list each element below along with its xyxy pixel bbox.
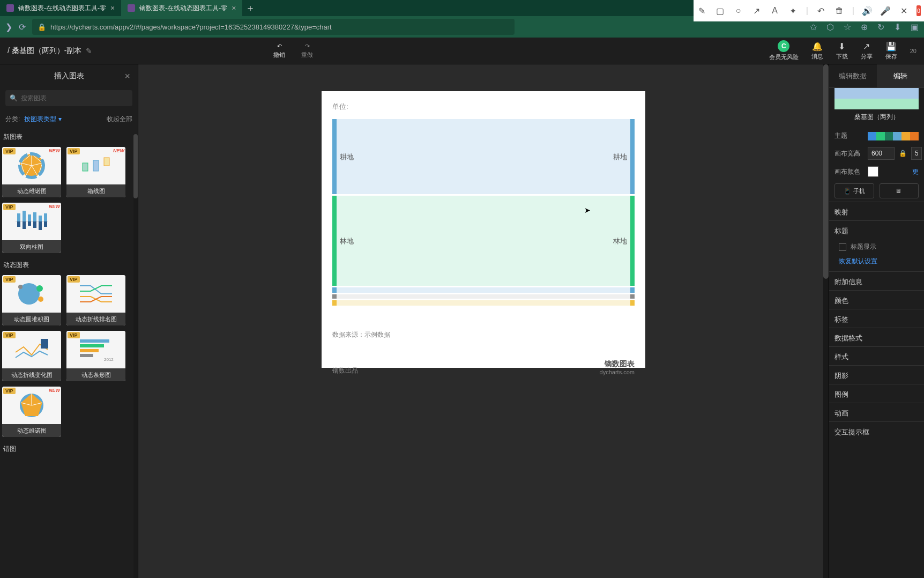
section-legend[interactable]: 图例 [829, 384, 924, 403]
reload-icon[interactable]: ⟳ [19, 22, 26, 32]
section-format[interactable]: 数据格式 [829, 328, 924, 346]
section-title[interactable]: 标题 [829, 220, 924, 239]
canvas-scrollbar-thumb[interactable] [823, 64, 829, 279]
left-panel: 插入图表 × 🔍 搜索图表 分类: 按图表类型 ▾ 收起全部 新图表 VIPNE… [0, 64, 138, 578]
doc-title: / 桑基图（两列）-副本 ✎ [8, 46, 92, 56]
svg-rect-3 [93, 160, 99, 171]
svg-rect-4 [104, 158, 109, 166]
pencil-icon[interactable]: ✎ [697, 5, 707, 16]
address-bar[interactable]: 🔒 https://dycharts.com/appv2/#/pages/wor… [32, 19, 515, 35]
section-animation[interactable]: 动画 [829, 403, 924, 421]
prop-size: 画布宽高 🔒 [829, 144, 924, 163]
back-icon[interactable]: ❯ [5, 22, 12, 32]
svg-text:2012: 2012 [104, 357, 114, 362]
canvas-scrollbar[interactable] [823, 64, 829, 578]
download-button[interactable]: ⬇ 下载 [836, 41, 848, 61]
tab-edit-data[interactable]: 编辑数据 [829, 64, 877, 87]
filter-by-type[interactable]: 按图表类型 ▾ [24, 115, 61, 124]
section-color[interactable]: 颜色 [829, 290, 924, 309]
square-icon[interactable]: ▢ [715, 5, 726, 16]
bg-color-swatch[interactable] [868, 166, 878, 177]
chart-card-bar-race[interactable]: VIP 2012 动态条形图 [66, 331, 125, 381]
tab-close-icon[interactable]: × [232, 4, 236, 12]
edit-title-icon[interactable]: ✎ [86, 47, 92, 55]
section-tooltip[interactable]: 交互提示框 [829, 421, 924, 440]
chart-card-line-rank[interactable]: VIP 动态折线排名图 [66, 275, 125, 325]
collapse-all-button[interactable]: 收起全部 [107, 115, 132, 124]
undo-icon[interactable]: ↶ [816, 5, 826, 16]
chart-preview-thumb[interactable] [834, 88, 919, 109]
redo-icon: ↷ [305, 43, 310, 50]
chart-card-boxplot[interactable]: VIPNEW 箱线图 [66, 147, 125, 197]
app-icon[interactable]: ▣ [911, 22, 919, 32]
star-icon[interactable]: ✩ [810, 22, 817, 32]
section-shadow[interactable]: 阴影 [829, 365, 924, 384]
messages-button[interactable]: 🔔 消息 [811, 41, 823, 61]
canvas-height-input[interactable] [911, 147, 922, 160]
section-extra[interactable]: 附加信息 [829, 271, 924, 290]
new-tab-button[interactable]: ＋ [242, 0, 258, 16]
chart-card-voronoi2[interactable]: VIPNEW 动态维诺图 [2, 387, 61, 437]
save-button[interactable]: 💾 保存 [885, 41, 897, 61]
svg-point-21 [18, 285, 23, 289]
arrow-icon[interactable]: ↗ [751, 5, 762, 16]
downloads-icon[interactable]: ⬇ [894, 22, 901, 32]
left-scrollbar[interactable] [133, 134, 138, 578]
chart-card-bidir-bar[interactable]: VIPNEW 双向柱图 [2, 203, 61, 253]
svg-rect-14 [39, 216, 42, 221]
svg-rect-17 [44, 221, 47, 227]
bell-icon: 🔔 [812, 41, 823, 51]
close-icon[interactable]: ✕ [898, 5, 909, 16]
favorites-icon[interactable]: ☆ [844, 22, 851, 32]
sound-icon[interactable]: 🔊 [862, 5, 873, 16]
left-scrollbar-thumb[interactable] [133, 134, 138, 198]
address-right-icons: ✩ ⬡ ☆ ⊕ ↻ ⬇ ▣ [810, 22, 919, 32]
text-icon[interactable]: A [770, 5, 780, 16]
theme-swatches[interactable] [868, 132, 919, 140]
section-mapping[interactable]: 映射 [829, 202, 924, 220]
browser-tab-2[interactable]: 镝数图表-在线动态图表工具-零 × [121, 0, 242, 16]
share-button[interactable]: ↗ 分享 [861, 41, 873, 61]
trash-icon[interactable]: 🗑 [834, 5, 845, 16]
restore-defaults-link[interactable]: 恢复默认设置 [829, 255, 924, 271]
filter-row: 分类: 按图表类型 ▾ 收起全部 [0, 112, 138, 127]
vip-button[interactable]: C 会员无风险 [769, 40, 799, 61]
lock-icon: 🔒 [38, 23, 46, 31]
svg-rect-25 [80, 349, 99, 352]
chart-card-line-change[interactable]: VIP 动态折线变化图 [2, 331, 61, 381]
collections-icon[interactable]: ⊕ [861, 22, 868, 32]
svg-point-20 [38, 297, 43, 302]
tab-edit[interactable]: 编辑 [877, 64, 925, 87]
circle-icon[interactable]: ○ [733, 5, 744, 16]
boxplot-thumb-icon [77, 152, 115, 179]
bar-race-thumb-icon: 2012 [77, 336, 115, 363]
section-style[interactable]: 样式 [829, 346, 924, 365]
undo-button[interactable]: ↶ 撤销 [273, 43, 285, 59]
tab-close-icon[interactable]: × [110, 4, 115, 12]
device-pc-button[interactable]: 🖥 [880, 183, 919, 198]
browser-tab-1[interactable]: 镝数图表-在线动态图表工具-零 × [0, 0, 121, 16]
search-input[interactable]: 🔍 搜索图表 [5, 90, 132, 106]
more-colors-link[interactable]: 更 [912, 167, 919, 176]
mic-icon[interactable]: 🎤 [880, 5, 891, 16]
chart-canvas[interactable]: 单位: 耕地林地耕地林地 数据来源：示例数据 镝数出品 镝数图表 dychart… [322, 91, 645, 368]
sync-icon[interactable]: ↻ [877, 22, 884, 32]
chart-card-voronoi[interactable]: VIPNEW 动态维诺图 [2, 147, 61, 197]
title-show-checkbox[interactable]: 标题显示 [829, 239, 924, 255]
section-label[interactable]: 标签 [829, 309, 924, 328]
line-change-thumb-icon [13, 336, 50, 363]
panel-close-icon[interactable]: × [124, 71, 130, 82]
extension-icon[interactable]: ⬡ [826, 22, 834, 32]
tab-title: 镝数图表-在线动态图表工具-零 [18, 4, 106, 13]
canvas-area[interactable]: 单位: 耕地林地耕地林地 数据来源：示例数据 镝数出品 镝数图表 dychart… [138, 64, 829, 578]
lock-aspect-icon[interactable]: 🔒 [899, 150, 907, 157]
redo-button[interactable]: ↷ 重做 [301, 43, 313, 59]
panel-header: 插入图表 × [0, 64, 138, 88]
chart-card-circle-stack[interactable]: VIP 动态圆堆积图 [2, 275, 61, 325]
phone-icon: 📱 [844, 188, 851, 195]
circle-stack-thumb-icon [13, 280, 50, 307]
wand-icon[interactable]: ✦ [788, 5, 799, 16]
canvas-width-input[interactable] [868, 147, 895, 160]
notification-badge[interactable]: 0 [916, 5, 921, 16]
device-phone-button[interactable]: 📱手机 [834, 183, 874, 198]
